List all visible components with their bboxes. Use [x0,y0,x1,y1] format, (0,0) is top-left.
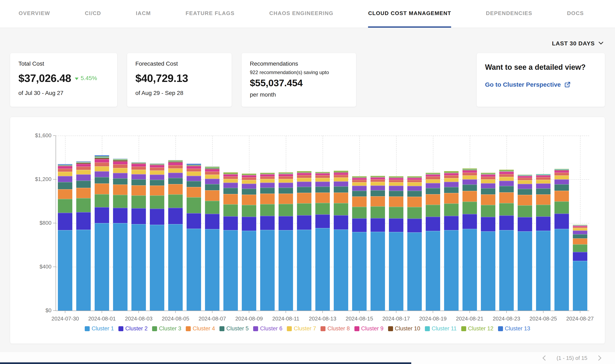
bar-2024-08-10[interactable] [260,173,275,311]
tab-chaos-engineering[interactable]: CHAOS ENGINEERING [269,0,333,28]
bar-2024-08-27[interactable] [573,224,587,311]
bar-segment-cluster-4 [168,184,183,194]
bar-segment-cluster-9 [260,174,275,176]
legend-item-cluster-6[interactable]: Cluster 6 [253,325,282,332]
bar-2024-08-06[interactable] [187,164,201,311]
legend-item-cluster-7[interactable]: Cluster 7 [287,325,316,332]
bar-2024-08-20[interactable] [444,171,459,311]
bar-2024-08-15[interactable] [352,176,367,311]
tab-ci-cd[interactable]: CI/CD [85,0,101,28]
bar-segment-cluster-5 [407,191,422,197]
bar-2024-08-18[interactable] [407,176,422,311]
bar-2024-08-05[interactable] [168,160,183,311]
legend-item-cluster-10[interactable]: Cluster 10 [388,325,420,332]
bar-segment-cluster-3 [113,195,127,208]
tab-dependencies[interactable]: DEPENDENCIES [486,0,532,28]
bar-2024-08-14[interactable] [334,171,348,311]
y-axis-label-800: $800 [10,220,52,226]
bar-segment-cluster-1 [297,230,311,311]
bar-2024-07-31[interactable] [76,161,91,311]
bar-2024-08-01[interactable] [95,155,109,311]
bar-segment-cluster-6 [224,183,238,188]
bar-segment-cluster-3 [242,205,256,217]
tab-overview[interactable]: OVERVIEW [19,0,50,28]
bar-segment-cluster-2 [150,209,164,225]
bar-2024-08-26[interactable] [554,169,569,311]
stacked-bar-plot [56,136,589,311]
bar-segment-cluster-2 [205,214,220,229]
bar-segment-cluster-9 [150,165,164,168]
bar-2024-08-12[interactable] [297,171,311,311]
bar-2024-08-07[interactable] [205,166,220,311]
bar-segment-cluster-6 [444,182,459,187]
bar-2024-08-24[interactable] [518,175,532,311]
bar-segment-cluster-4 [334,193,348,203]
bar-segment-cluster-9 [536,175,550,177]
bar-segment-cluster-7 [297,178,311,182]
time-range-label: LAST 30 DAYS [552,40,595,47]
legend-item-cluster-4[interactable]: Cluster 4 [186,325,215,332]
bar-segment-cluster-1 [481,231,495,311]
legend-item-cluster-5[interactable]: Cluster 5 [220,325,249,332]
bar-2024-08-22[interactable] [481,173,495,311]
bar-2024-08-16[interactable] [371,176,385,311]
bar-segment-cluster-1 [407,232,422,311]
bar-segment-cluster-6 [481,183,495,188]
bar-2024-08-25[interactable] [536,174,550,311]
bar-segment-cluster-7 [444,178,459,182]
cluster-perspective-link[interactable]: Go to Cluster Perspective [485,81,597,88]
pagination-text: (1 - 15) of 15 [557,355,587,361]
bar-segment-cluster-2 [95,207,109,223]
legend-item-cluster-3[interactable]: Cluster 3 [152,325,181,332]
legend-item-cluster-8[interactable]: Cluster 8 [321,325,350,332]
bar-2024-08-02[interactable] [113,159,127,311]
bar-2024-08-04[interactable] [150,163,164,311]
bar-segment-cluster-8 [371,179,385,182]
x-tick-2024-08-11 [286,311,286,313]
legend-item-cluster-13[interactable]: Cluster 13 [498,325,530,332]
bar-2024-08-08[interactable] [224,172,238,311]
bar-segment-cluster-1 [95,223,109,311]
legend-swatch-cluster-1 [85,326,90,331]
recommendations-suffix: per month [250,91,348,98]
bar-segment-cluster-2 [573,252,587,261]
tab-iacm[interactable]: IACM [136,0,151,28]
y-tick-0 [53,310,56,311]
legend-item-cluster-2[interactable]: Cluster 2 [118,325,148,332]
bar-segment-cluster-6 [113,173,127,179]
bar-2024-07-30[interactable] [58,164,72,311]
time-range-dropdown[interactable]: LAST 30 DAYS [552,38,603,50]
bar-segment-cluster-8 [113,164,127,168]
bar-2024-08-23[interactable] [499,170,514,311]
bar-segment-cluster-5 [242,189,256,195]
bar-segment-cluster-1 [205,229,220,311]
pagination-next-icon[interactable] [596,355,601,361]
bar-segment-cluster-8 [334,175,348,177]
legend-item-cluster-1[interactable]: Cluster 1 [85,325,114,332]
tab-cloud-cost-management[interactable]: CLOUD COST MANAGEMENT [368,0,451,28]
bar-segment-cluster-9 [315,173,330,175]
bar-segment-cluster-4 [389,196,403,207]
bar-2024-08-13[interactable] [315,172,330,311]
bar-segment-cluster-8 [205,171,220,175]
bar-segment-cluster-8 [481,177,495,179]
bar-2024-08-03[interactable] [131,162,146,311]
tab-docs[interactable]: DOCS [567,0,584,28]
legend-item-cluster-9[interactable]: Cluster 9 [354,325,384,332]
legend-item-cluster-11[interactable]: Cluster 11 [425,325,457,332]
x-tick-2024-08-07 [212,311,212,313]
bar-2024-08-11[interactable] [279,172,293,311]
bar-segment-cluster-7 [150,170,164,175]
bar-2024-08-09[interactable] [242,174,256,311]
pagination-prev-icon[interactable] [543,355,548,361]
bar-2024-08-19[interactable] [426,173,440,311]
bar-segment-cluster-8 [168,165,183,168]
bar-segment-cluster-5 [371,190,385,196]
legend-item-cluster-12[interactable]: Cluster 12 [461,325,493,332]
tab-feature-flags[interactable]: FEATURE FLAGS [186,0,235,28]
bar-2024-08-17[interactable] [389,176,403,311]
bar-segment-cluster-9 [168,162,183,165]
bar-segment-cluster-5 [389,191,403,197]
bar-segment-cluster-6 [518,184,532,189]
bar-2024-08-21[interactable] [462,168,477,311]
